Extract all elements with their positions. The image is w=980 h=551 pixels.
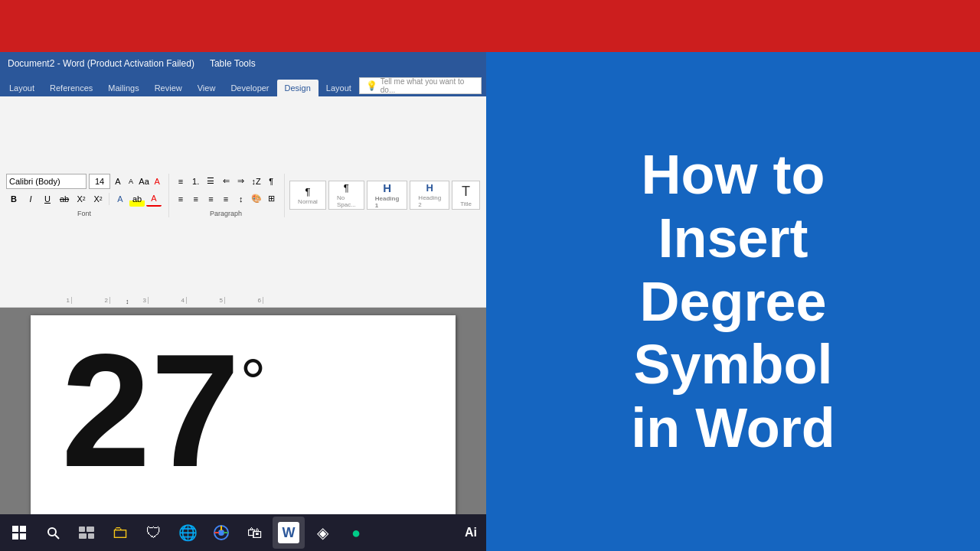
degree-symbol-display: ° (240, 350, 266, 415)
table-tools-label: Table Tools (210, 58, 256, 69)
win-quad-4 (20, 533, 26, 540)
style-normal-preview: ¶ (305, 186, 311, 197)
file-explorer-button[interactable]: 🗀 (104, 517, 136, 549)
title-line4: Symbol (633, 334, 832, 395)
search-button[interactable] (37, 517, 69, 549)
font-size-input[interactable] (89, 174, 110, 189)
para-row2: ≡ ≡ ≡ ≡ ↕ 🎨 ⊞ (174, 191, 278, 207)
document-title: Document2 - Word (Product Activation Fai… (8, 58, 194, 69)
style-title[interactable]: T Title (452, 181, 480, 210)
tutorial-title-text: How to Insert Degree Symbol in Word (631, 143, 835, 460)
tab-references[interactable]: References (42, 80, 100, 96)
shading-button[interactable]: 🎨 (250, 191, 263, 207)
title-line2: Insert (658, 207, 808, 269)
strikethrough-button[interactable]: ab (57, 191, 72, 207)
show-marks-button[interactable]: ¶ (264, 174, 278, 189)
style-h2-label: Heading 2 (418, 194, 441, 208)
tell-me-box[interactable]: 💡 Tell me what you want to do... (359, 77, 482, 94)
clear-format-button[interactable]: A (152, 174, 162, 189)
line-spacing-button[interactable]: ↕ (234, 191, 248, 207)
win-quad-3 (12, 533, 18, 540)
style-h1[interactable]: H Heading 1 (367, 181, 408, 210)
shrink-font-button[interactable]: A (126, 174, 136, 189)
svg-rect-5 (88, 533, 94, 539)
tab-mailings[interactable]: Mailings (100, 80, 146, 96)
win-quad-1 (12, 526, 18, 532)
tell-me-text[interactable]: Tell me what you want to do... (381, 77, 475, 94)
style-nospace[interactable]: ¶ No Spac... (328, 181, 364, 210)
page-layout: Document2 - Word (Product Activation Fai… (0, 0, 980, 551)
decrease-indent-button[interactable]: ⇐ (219, 174, 233, 189)
task-view-button[interactable] (70, 517, 103, 549)
align-left-button[interactable]: ≡ (174, 191, 188, 207)
svg-rect-2 (79, 527, 85, 532)
font-name-input[interactable] (6, 174, 87, 189)
para-row1: ≡ 1. ☰ ⇐ ⇒ ↕Z ¶ (174, 174, 278, 189)
tab-design[interactable]: Design (277, 80, 318, 96)
justify-button[interactable]: ≡ (219, 191, 233, 207)
taskbar: 🗀 🛡 🌐 🛍 (0, 514, 486, 551)
ruler-mark-4: 4 (149, 297, 187, 304)
word-button[interactable]: W (273, 517, 305, 549)
underline-button[interactable]: U (40, 191, 55, 207)
tab-layout[interactable]: Layout (2, 80, 42, 96)
style-title-label: Title (460, 201, 472, 207)
tab-developer[interactable]: Developer (223, 80, 276, 96)
change-case-button[interactable]: Aa (139, 174, 149, 189)
bold-button[interactable]: B (6, 191, 21, 207)
tab-view[interactable]: View (190, 80, 224, 96)
bullets-button[interactable]: ≡ (174, 174, 188, 189)
title-bar: Document2 - Word (Product Activation Fai… (0, 52, 486, 75)
ruler-mark-6: 6 (225, 297, 263, 304)
font-row1: A A Aa A (6, 174, 162, 189)
italic-button[interactable]: I (23, 191, 38, 207)
ruler-mark-2: 2 (72, 297, 110, 304)
bottom-section: Document2 - Word (Product Activation Fai… (0, 52, 980, 551)
divider (109, 193, 109, 205)
tab-review[interactable]: Review (147, 80, 190, 96)
sort-button[interactable]: ↕Z (250, 174, 263, 189)
subscript-button[interactable]: X2 (74, 191, 89, 207)
document-scroll-area[interactable]: 27° (0, 308, 486, 514)
text-highlight-button[interactable]: ab (129, 191, 145, 207)
style-normal[interactable]: ¶ Normal (289, 181, 326, 210)
edge-button[interactable]: 🌐 (172, 517, 204, 549)
lightbulb-icon: 💡 (366, 80, 377, 91)
shield-button[interactable]: 🛡 (138, 517, 170, 549)
title-line1: How to (642, 144, 825, 205)
unknown2-icon: ● (351, 524, 361, 542)
style-title-preview: T (462, 184, 470, 200)
text-effects-button[interactable]: A (113, 191, 128, 207)
unknown2-button[interactable]: ● (340, 517, 372, 549)
tutorial-panel: How to Insert Degree Symbol in Word (486, 52, 980, 551)
align-right-button[interactable]: ≡ (204, 191, 218, 207)
task-view-icon (79, 527, 94, 539)
windows-start-button[interactable] (3, 517, 35, 549)
superscript-button[interactable]: X2 (90, 191, 106, 207)
styles-section: ¶ Normal ¶ No Spac... H Heading 1 H Head… (289, 181, 480, 210)
font-color-button[interactable]: A (146, 191, 162, 207)
word-icon: W (278, 522, 299, 543)
store-button[interactable]: 🛍 (239, 517, 271, 549)
tab-layout2[interactable]: Layout (318, 80, 359, 96)
style-nospace-preview: ¶ (344, 182, 349, 194)
svg-rect-4 (79, 533, 87, 539)
style-h1-preview: H (383, 181, 391, 194)
align-center-button[interactable]: ≡ (189, 191, 203, 207)
ruler-mark-5: 5 (187, 297, 225, 304)
style-h2[interactable]: H Heading 2 (410, 181, 449, 210)
numbering-button[interactable]: 1. (189, 174, 203, 189)
edge-icon: 🌐 (178, 523, 198, 542)
grow-font-button[interactable]: A (113, 174, 123, 189)
chrome-button[interactable] (205, 517, 237, 549)
title-bar-left: Document2 - Word (Product Activation Fai… (8, 58, 256, 69)
document-page[interactable]: 27° (31, 315, 456, 514)
windows-logo-icon (12, 526, 26, 540)
multilevel-button[interactable]: ☰ (204, 174, 218, 189)
svg-line-1 (55, 535, 59, 539)
borders-button[interactable]: ⊞ (264, 191, 278, 207)
word-window: Document2 - Word (Product Activation Fai… (0, 52, 486, 551)
increase-indent-button[interactable]: ⇒ (234, 174, 248, 189)
store-icon: 🛍 (247, 524, 263, 542)
unknown1-button[interactable]: ◈ (306, 517, 338, 549)
